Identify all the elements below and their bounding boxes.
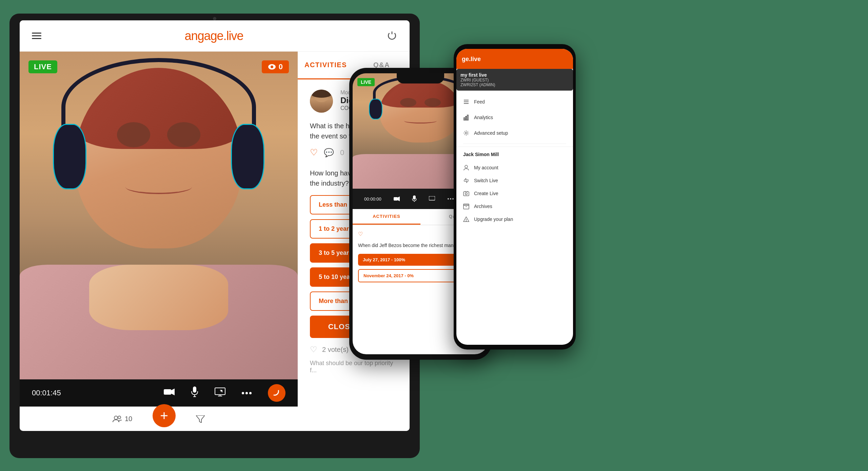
svg-point-32	[465, 165, 468, 168]
menu-my-account[interactable]: My account	[463, 161, 566, 174]
create-live-icon	[463, 190, 469, 196]
phone1-notch	[397, 73, 444, 83]
menu-upgrade[interactable]: Upgrade your plan	[463, 213, 566, 226]
svg-rect-37	[463, 205, 469, 209]
phone1-tab-activities[interactable]: ACTIVITIES	[353, 209, 420, 225]
heart-icon[interactable]: ♡	[310, 147, 318, 158]
live-badge: LIVE	[28, 60, 57, 73]
phone2-session-guest: ZWRI (GUEST)	[460, 78, 569, 82]
switch-live-icon	[463, 177, 469, 184]
svg-rect-38	[463, 204, 469, 205]
viewers-badge: 0	[262, 60, 289, 73]
bottom-bar: 10	[20, 407, 298, 431]
mic-icon[interactable]	[191, 387, 198, 399]
laptop-camera	[213, 17, 216, 20]
svg-point-1	[271, 65, 273, 68]
archives-icon	[463, 203, 469, 209]
switch-live-label: Switch Live	[474, 178, 498, 183]
video-timer: 00:01:45	[32, 389, 61, 397]
menu-feed[interactable]: Feed	[456, 94, 573, 110]
svg-rect-19	[394, 197, 398, 201]
end-call-icon[interactable]	[268, 384, 285, 402]
control-icons	[164, 384, 285, 402]
next-question: What should be our top priority f...	[310, 360, 397, 374]
screen-share-icon[interactable]	[215, 388, 225, 398]
camera-icon[interactable]	[164, 388, 175, 398]
svg-marker-18	[196, 415, 205, 423]
p1-mic[interactable]	[412, 195, 417, 202]
archives-label: Archives	[474, 204, 492, 209]
phone1-live-badge: LIVE	[357, 78, 375, 86]
phone2-screen: ge.live my first live ZWRI (GUEST) ZWRI2…	[456, 49, 573, 345]
upgrade-label: Upgrade your plan	[474, 216, 513, 222]
more-icon[interactable]	[242, 392, 252, 394]
votes-heart[interactable]: ♡	[310, 345, 317, 354]
svg-point-31	[465, 132, 467, 134]
viewers-count: 0	[279, 62, 283, 71]
svg-rect-4	[193, 387, 196, 393]
phone2-user-name: Jack Simon Mill	[463, 152, 566, 157]
svg-point-15	[118, 416, 121, 419]
laptop-logo: angage.live	[184, 29, 243, 43]
comment-count: 0	[340, 148, 344, 157]
votes-count: 2 vote(s)	[322, 346, 349, 354]
phone2-user-section: Jack Simon Mill My account	[456, 147, 573, 230]
menu-advanced[interactable]: Advanced setup	[456, 125, 573, 141]
svg-rect-7	[215, 388, 225, 395]
p1-camera[interactable]	[394, 196, 400, 201]
menu-analytics[interactable]: Analytics	[456, 110, 573, 125]
phone2-session: my first live ZWRI (GUEST) ZWRI2ST (ADMI…	[456, 69, 573, 91]
svg-rect-33	[463, 192, 469, 196]
hamburger-icon[interactable]	[32, 33, 41, 39]
fab-button[interactable]	[153, 404, 176, 427]
divider	[463, 144, 566, 144]
phone2: ge.live my first live ZWRI (GUEST) ZWRI2…	[454, 44, 576, 350]
p1-heart[interactable]: ♡	[358, 231, 363, 237]
participants-count: 10	[125, 415, 132, 423]
p1-more[interactable]	[448, 198, 454, 200]
feed-label: Feed	[474, 99, 485, 105]
svg-point-42	[466, 221, 467, 221]
participants-icon[interactable]: 10	[113, 415, 132, 423]
svg-rect-28	[464, 118, 465, 120]
analytics-icon	[463, 114, 469, 120]
advanced-setup-label: Advanced setup	[474, 130, 508, 136]
svg-rect-2	[164, 389, 171, 395]
filter-icon[interactable]	[196, 415, 205, 423]
my-account-icon	[463, 165, 469, 171]
svg-marker-3	[171, 389, 175, 395]
p1-timer: 00:00:00	[364, 196, 381, 202]
laptop-header: angage.live	[20, 20, 410, 52]
svg-marker-20	[398, 196, 400, 201]
moderator-avatar	[310, 90, 333, 113]
svg-rect-29	[466, 116, 467, 120]
phone2-logo: ge.live	[462, 56, 568, 63]
svg-point-34	[465, 193, 467, 195]
phone2-body: ge.live my first live ZWRI (GUEST) ZWRI2…	[454, 44, 576, 350]
menu-archives[interactable]: Archives	[463, 200, 566, 213]
p1-screen[interactable]	[429, 196, 435, 202]
phone2-session-admin: ZWRI2ST (ADMIN)	[460, 82, 569, 87]
create-live-label: Create Live	[474, 191, 498, 196]
power-icon[interactable]	[387, 31, 397, 41]
video-background	[20, 52, 298, 379]
tab-activities[interactable]: ACTIVITIES	[298, 52, 354, 79]
my-account-label: My account	[474, 165, 498, 170]
menu-switch-live[interactable]: Switch Live	[463, 174, 566, 187]
upgrade-icon	[463, 216, 469, 222]
phone2-header: ge.live	[456, 49, 573, 69]
video-area: LIVE 0	[20, 52, 298, 379]
analytics-label: Analytics	[474, 115, 493, 120]
phone2-app: ge.live my first live ZWRI (GUEST) ZWRI2…	[456, 49, 573, 345]
menu-create-live[interactable]: Create Live	[463, 187, 566, 200]
video-controls: 00:01:45	[20, 379, 298, 407]
phone2-session-title: my first live	[460, 72, 569, 78]
svg-rect-23	[429, 196, 435, 200]
phone2-menu: Feed Analytics	[456, 91, 573, 345]
svg-point-14	[114, 416, 118, 419]
advanced-setup-icon	[463, 130, 469, 136]
feed-icon	[463, 99, 469, 105]
svg-rect-30	[467, 115, 468, 120]
video-section: LIVE 0	[20, 52, 298, 431]
comment-icon[interactable]: 💬	[324, 148, 334, 157]
